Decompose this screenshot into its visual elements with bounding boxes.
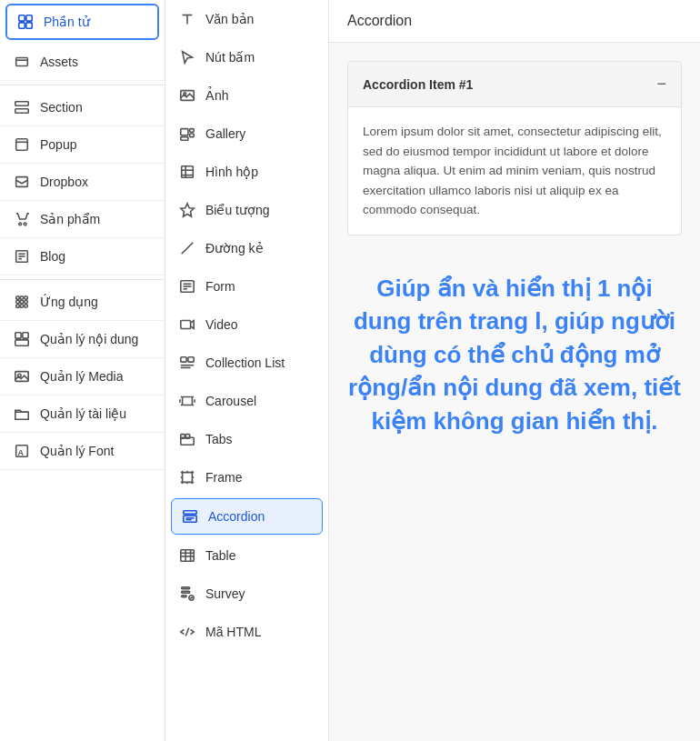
svg-point-21 bbox=[20, 300, 24, 304]
svg-text:A: A bbox=[18, 448, 25, 457]
accordion-toggle-icon[interactable]: − bbox=[656, 75, 666, 94]
middle-item-van-ban[interactable]: Văn bản bbox=[165, 0, 328, 38]
svg-marker-46 bbox=[181, 204, 194, 216]
svg-rect-57 bbox=[183, 397, 193, 406]
svg-rect-26 bbox=[15, 333, 21, 338]
gallery-icon bbox=[178, 125, 196, 143]
sidebar-label-assets: Assets bbox=[40, 55, 78, 69]
svg-point-18 bbox=[20, 296, 24, 300]
middle-label-duong-ke: Đường kẻ bbox=[205, 241, 264, 255]
shop-icon bbox=[13, 210, 31, 228]
sidebar-item-quan-ly-noi-dung[interactable]: Quản lý nội dung bbox=[0, 321, 165, 358]
middle-label-accordion: Accordion bbox=[208, 509, 265, 524]
middle-label-ma-html: Mã HTML bbox=[205, 625, 261, 639]
frame-icon bbox=[178, 468, 196, 486]
folder-icon bbox=[13, 405, 31, 423]
svg-rect-0 bbox=[19, 15, 25, 21]
page-title: Accordion bbox=[329, 0, 700, 43]
svg-rect-7 bbox=[15, 109, 28, 114]
sidebar-item-phan-tu[interactable]: Phần tử bbox=[5, 4, 159, 40]
middle-item-collection-list[interactable]: Collection List bbox=[165, 344, 328, 382]
sidebar-middle: Văn bản Nút bấm Ảnh bbox=[165, 0, 329, 741]
accordion-item-title: Accordion Item #1 bbox=[363, 77, 473, 92]
svg-rect-66 bbox=[185, 435, 190, 439]
sidebar-item-blog[interactable]: Blog bbox=[0, 238, 165, 275]
middle-item-nut-bam[interactable]: Nút bấm bbox=[165, 38, 328, 76]
sidebar-item-popup[interactable]: Popup bbox=[0, 126, 165, 164]
sidebar-label-quan-ly-noi-dung: Quản lý nội dung bbox=[40, 332, 138, 346]
middle-item-table[interactable]: Table bbox=[165, 536, 328, 575]
font-icon: A bbox=[13, 442, 31, 460]
sidebar-label-quan-ly-font: Quản lý Font bbox=[40, 444, 114, 458]
middle-item-anh[interactable]: Ảnh bbox=[165, 76, 328, 115]
middle-item-accordion[interactable]: Accordion bbox=[171, 498, 323, 535]
middle-label-gallery: Gallery bbox=[205, 126, 245, 141]
grid2-icon bbox=[13, 330, 31, 348]
sidebar-item-quan-ly-font[interactable]: A Quản lý Font bbox=[0, 433, 165, 470]
image-icon bbox=[178, 86, 196, 105]
svg-point-17 bbox=[16, 296, 20, 300]
cursor-icon bbox=[178, 48, 196, 66]
svg-point-24 bbox=[20, 305, 24, 308]
apps-icon bbox=[13, 293, 31, 311]
middle-item-tabs[interactable]: Tabs bbox=[165, 420, 328, 458]
sidebar-item-quan-ly-media[interactable]: Quản lý Media bbox=[0, 358, 165, 396]
accordion-item: Accordion Item #1 − Lorem ipsum dolor si… bbox=[347, 61, 682, 235]
code-icon bbox=[178, 623, 196, 641]
middle-item-survey[interactable]: Survey bbox=[165, 575, 328, 613]
svg-rect-53 bbox=[181, 357, 186, 362]
svg-rect-28 bbox=[15, 340, 28, 345]
middle-label-survey: Survey bbox=[205, 586, 245, 601]
middle-item-ma-html[interactable]: Mã HTML bbox=[165, 613, 328, 651]
svg-point-22 bbox=[25, 300, 28, 304]
middle-item-duong-ke[interactable]: Đường kẻ bbox=[165, 229, 328, 267]
sidebar-label-blog: Blog bbox=[40, 249, 65, 264]
box2-icon bbox=[178, 163, 196, 181]
svg-rect-39 bbox=[190, 129, 195, 133]
middle-label-collection-list: Collection List bbox=[205, 355, 285, 370]
line-icon bbox=[178, 239, 196, 257]
sidebar-item-san-pham[interactable]: Sản phẩm bbox=[0, 201, 165, 238]
middle-item-video[interactable]: Video bbox=[165, 305, 328, 344]
middle-item-bieu-tuong[interactable]: Biểu tượng bbox=[165, 191, 328, 229]
svg-point-19 bbox=[25, 296, 28, 300]
sidebar-item-ung-dung[interactable]: Ứng dụng bbox=[0, 284, 165, 321]
middle-item-carousel[interactable]: Carousel bbox=[165, 382, 328, 420]
svg-point-20 bbox=[16, 300, 20, 304]
sidebar-item-dropbox[interactable]: Dropbox bbox=[0, 164, 165, 201]
svg-point-12 bbox=[24, 223, 26, 225]
middle-label-bieu-tuong: Biểu tượng bbox=[205, 203, 270, 217]
svg-rect-2 bbox=[19, 23, 25, 28]
svg-rect-42 bbox=[182, 166, 194, 178]
svg-line-47 bbox=[182, 243, 194, 255]
svg-rect-1 bbox=[26, 15, 32, 21]
middle-label-anh: Ảnh bbox=[205, 88, 229, 103]
collection-icon bbox=[178, 354, 196, 372]
svg-rect-38 bbox=[181, 129, 188, 135]
svg-rect-89 bbox=[182, 587, 190, 589]
sidebar-left: Phần tử Assets Section Popup bbox=[0, 0, 165, 741]
svg-rect-41 bbox=[181, 137, 188, 141]
svg-rect-4 bbox=[16, 58, 28, 66]
main-content: Accordion Accordion Item #1 − Lorem ipsu… bbox=[329, 0, 700, 741]
middle-item-frame[interactable]: Frame bbox=[165, 458, 328, 496]
middle-label-frame: Frame bbox=[205, 470, 242, 485]
sidebar-item-assets[interactable]: Assets bbox=[0, 44, 165, 81]
media-icon bbox=[13, 367, 31, 386]
svg-point-25 bbox=[25, 305, 28, 308]
svg-rect-84 bbox=[181, 550, 194, 562]
sidebar-label-popup: Popup bbox=[40, 137, 76, 152]
sidebar-label-quan-ly-tai-lieu: Quản lý tài liệu bbox=[40, 406, 126, 421]
middle-item-gallery[interactable]: Gallery bbox=[165, 115, 328, 153]
svg-rect-6 bbox=[15, 102, 28, 106]
sidebar-label-phan-tu: Phần tử bbox=[44, 15, 90, 29]
middle-label-van-ban: Văn bản bbox=[205, 12, 254, 26]
sidebar-item-quan-ly-tai-lieu[interactable]: Quản lý tài liệu bbox=[0, 396, 165, 433]
middle-item-form[interactable]: Form bbox=[165, 267, 328, 305]
sidebar-item-section[interactable]: Section bbox=[0, 89, 165, 126]
dropbox-icon bbox=[13, 173, 31, 191]
accordion-header[interactable]: Accordion Item #1 − bbox=[348, 62, 681, 107]
middle-item-hinh-hop[interactable]: Hình hộp bbox=[165, 153, 328, 191]
star-icon bbox=[178, 201, 196, 219]
survey-icon bbox=[178, 585, 196, 603]
